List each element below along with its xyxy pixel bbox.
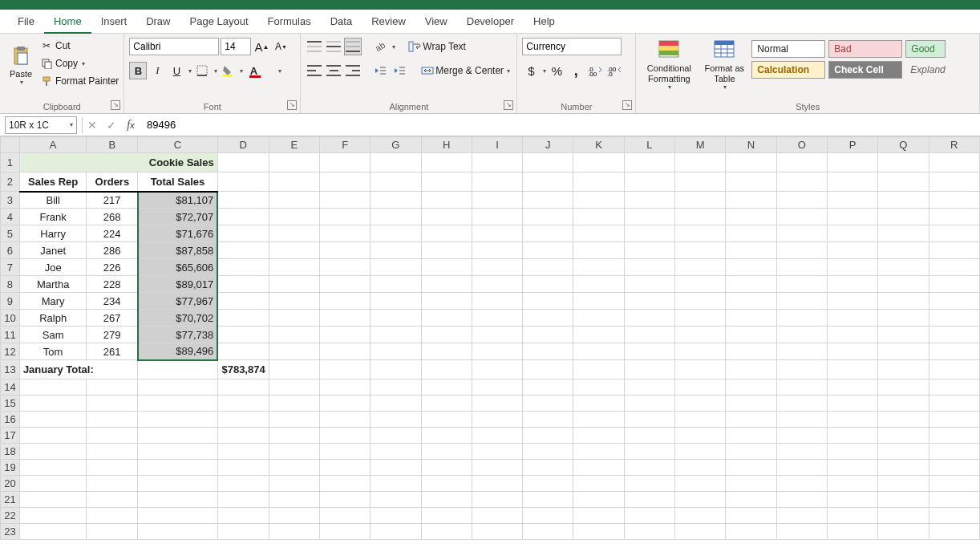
cell-E6[interactable] [269, 242, 319, 259]
cell-A7[interactable]: Joe [19, 259, 87, 276]
cell-I9[interactable] [472, 293, 522, 310]
cell-F10[interactable] [319, 310, 370, 327]
cell-C8[interactable]: $89,017 [138, 276, 217, 293]
cell-R3[interactable] [929, 192, 979, 209]
cell-B16[interactable] [87, 412, 138, 428]
cell-N22[interactable] [726, 508, 776, 524]
cell-C3[interactable]: $81,107 [138, 192, 217, 209]
cell-J19[interactable] [523, 460, 573, 476]
cell-K23[interactable] [573, 524, 624, 540]
cell-O2[interactable] [776, 172, 827, 192]
cell-J11[interactable] [523, 327, 573, 343]
cell-O11[interactable] [776, 327, 827, 343]
tab-data[interactable]: Data [321, 10, 362, 34]
tab-formulas[interactable]: Formulas [258, 10, 321, 34]
row-head-18[interactable]: 18 [1, 444, 20, 460]
align-top-button[interactable] [306, 38, 323, 55]
cell-G15[interactable] [371, 396, 421, 412]
cell-D10[interactable] [217, 310, 269, 327]
cell-F6[interactable] [319, 242, 370, 259]
cell-Q18[interactable] [878, 444, 929, 460]
cell-N23[interactable] [726, 524, 776, 540]
row-head-6[interactable]: 6 [1, 242, 20, 259]
cell-K15[interactable] [573, 396, 624, 412]
cell-G3[interactable] [371, 192, 421, 209]
cell-R14[interactable] [929, 379, 979, 396]
cell-E17[interactable] [269, 428, 319, 444]
col-head-M[interactable]: M [675, 137, 726, 153]
cell-M15[interactable] [675, 396, 726, 412]
cell-M20[interactable] [675, 476, 726, 492]
cell-J1[interactable] [523, 153, 573, 172]
cell-H9[interactable] [421, 293, 472, 310]
cell-B3[interactable]: 217 [87, 192, 138, 209]
cell-E11[interactable] [269, 327, 319, 343]
cell-N2[interactable] [726, 172, 776, 192]
cell-I19[interactable] [472, 460, 522, 476]
cell-M4[interactable] [675, 209, 726, 225]
cell-J6[interactable] [523, 242, 573, 259]
cell-E21[interactable] [269, 492, 319, 508]
cell-G23[interactable] [371, 524, 421, 540]
col-head-E[interactable]: E [269, 137, 319, 153]
cell-N8[interactable] [726, 276, 776, 293]
merge-center-button[interactable]: Merge & Center [435, 62, 504, 79]
increase-decimal-button[interactable]: .0.00 [586, 62, 604, 79]
cell-Q10[interactable] [878, 310, 929, 327]
cell-E19[interactable] [269, 460, 319, 476]
cell-I21[interactable] [472, 492, 522, 508]
cell-P3[interactable] [827, 192, 877, 209]
row-head-5[interactable]: 5 [1, 225, 20, 242]
cell-J4[interactable] [523, 209, 573, 225]
cell-K17[interactable] [573, 428, 624, 444]
cell-O8[interactable] [776, 276, 827, 293]
cell-A5[interactable]: Harry [19, 225, 87, 242]
cell-A15[interactable] [19, 396, 87, 412]
cell-P9[interactable] [827, 293, 877, 310]
cell-D20[interactable] [217, 476, 269, 492]
spreadsheet-grid[interactable]: ABCDEFGHIJKLMNOPQR1Cookie Sales2Sales Re… [0, 136, 980, 560]
cell-R4[interactable] [929, 209, 979, 225]
cell-J10[interactable] [523, 310, 573, 327]
cell-B21[interactable] [87, 492, 138, 508]
cell-I20[interactable] [472, 476, 522, 492]
cell-D4[interactable] [217, 209, 269, 225]
cell-O15[interactable] [776, 396, 827, 412]
chevron-down-icon[interactable]: ▾ [278, 67, 281, 75]
name-box[interactable]: 10R x 1C ▾ [5, 116, 77, 134]
cell-C12[interactable]: $89,496 [138, 343, 217, 360]
cell-C18[interactable] [138, 444, 217, 460]
cell-B4[interactable]: 268 [87, 209, 138, 225]
cell-I17[interactable] [472, 428, 522, 444]
cell-G20[interactable] [371, 476, 421, 492]
cell-C11[interactable]: $77,738 [138, 327, 217, 343]
row-head-14[interactable]: 14 [1, 379, 20, 396]
cell-G17[interactable] [371, 428, 421, 444]
cell-F17[interactable] [319, 428, 370, 444]
cell-R18[interactable] [929, 444, 979, 460]
cell-M13[interactable] [675, 360, 726, 379]
cell-D1[interactable] [217, 153, 269, 172]
cell-M19[interactable] [675, 460, 726, 476]
cell-A18[interactable] [19, 444, 87, 460]
row-head-10[interactable]: 10 [1, 310, 20, 327]
cell-H4[interactable] [421, 209, 472, 225]
cell-D7[interactable] [217, 259, 269, 276]
align-center-button[interactable] [325, 62, 342, 79]
cell-K3[interactable] [573, 192, 624, 209]
cell-L7[interactable] [624, 259, 674, 276]
cell-G19[interactable] [371, 460, 421, 476]
cell-A22[interactable] [19, 508, 87, 524]
cell-P4[interactable] [827, 209, 877, 225]
cell-D23[interactable] [217, 524, 269, 540]
cell-P11[interactable] [827, 327, 877, 343]
row-head-21[interactable]: 21 [1, 492, 20, 508]
cell-M10[interactable] [675, 310, 726, 327]
cell-E5[interactable] [269, 225, 319, 242]
col-head-D[interactable]: D [217, 137, 269, 153]
cell-R16[interactable] [929, 412, 979, 428]
cell-B15[interactable] [87, 396, 138, 412]
cell-Q16[interactable] [878, 412, 929, 428]
cell-J21[interactable] [523, 492, 573, 508]
cell-A2[interactable]: Sales Rep [19, 172, 87, 192]
